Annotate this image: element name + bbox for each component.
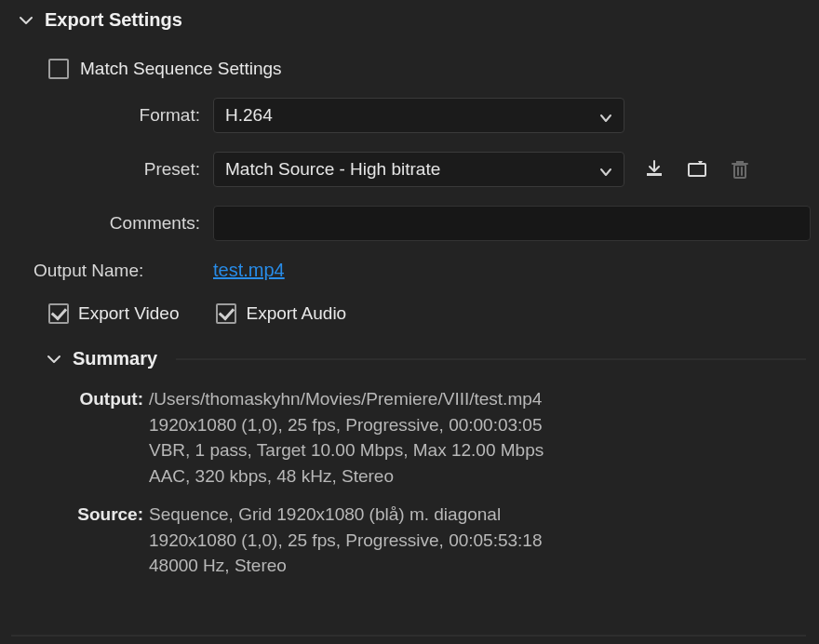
summary-header[interactable]: Summary [13, 348, 806, 375]
preset-label: Preset: [13, 159, 213, 180]
export-audio-checkbox[interactable] [216, 303, 236, 324]
preset-dropdown[interactable]: Match Source - High bitrate [213, 152, 624, 187]
export-audio-row: Export Audio [216, 303, 346, 324]
export-video-row: Export Video [48, 303, 179, 324]
panel-bottom-divider [11, 635, 806, 637]
summary-divider [176, 358, 806, 360]
format-value: H.264 [225, 105, 273, 126]
summary-source-value: Sequence, Grid 1920x1080 (blå) m. diagon… [149, 502, 806, 579]
summary-output-row: Output: /Users/thomaskyhn/Movies/Premier… [65, 386, 806, 489]
export-settings-panel: Export Settings Match Sequence Settings … [0, 0, 819, 644]
export-video-checkbox[interactable] [48, 303, 69, 324]
export-video-label: Export Video [78, 303, 179, 324]
output-name-row: Output Name: test.mp4 [13, 260, 806, 281]
chevron-down-icon [599, 163, 612, 176]
summary-source-row: Source: Sequence, Grid 1920x1080 (blå) m… [65, 502, 806, 579]
comments-row: Comments: [13, 206, 806, 241]
preset-value: Match Source - High bitrate [225, 159, 440, 180]
comments-label: Comments: [13, 213, 213, 234]
match-sequence-row: Match Sequence Settings [48, 59, 806, 79]
format-label: Format: [13, 105, 213, 126]
preset-row: Preset: Match Source - High bitrate [13, 152, 806, 187]
format-dropdown[interactable]: H.264 [213, 98, 624, 133]
delete-preset-button[interactable] [727, 156, 753, 182]
match-sequence-label: Match Sequence Settings [80, 59, 282, 79]
import-preset-button[interactable] [684, 156, 710, 182]
summary-title: Summary [73, 348, 157, 369]
summary-output-key: Output: [65, 386, 149, 412]
chevron-down-icon [599, 109, 612, 122]
svg-rect-2 [734, 165, 745, 178]
export-settings-header[interactable]: Export Settings [13, 9, 806, 36]
match-sequence-checkbox[interactable] [48, 59, 69, 79]
chevron-down-icon [19, 13, 34, 28]
summary-block: Output: /Users/thomaskyhn/Movies/Premier… [65, 386, 806, 579]
summary-source-key: Source: [65, 502, 149, 528]
export-toggles-row: Export Video Export Audio [48, 303, 806, 324]
save-preset-button[interactable] [641, 156, 667, 182]
comments-input[interactable] [213, 206, 811, 241]
svg-rect-0 [647, 173, 662, 176]
format-row: Format: H.264 [13, 98, 806, 133]
summary-output-value: /Users/thomaskyhn/Movies/Premiere/VIII/t… [149, 386, 806, 489]
output-name-link[interactable]: test.mp4 [213, 260, 285, 281]
output-name-label: Output Name: [13, 261, 213, 281]
svg-rect-1 [689, 164, 705, 176]
chevron-down-icon [47, 352, 61, 367]
export-audio-label: Export Audio [246, 303, 346, 324]
export-settings-title: Export Settings [45, 9, 182, 31]
